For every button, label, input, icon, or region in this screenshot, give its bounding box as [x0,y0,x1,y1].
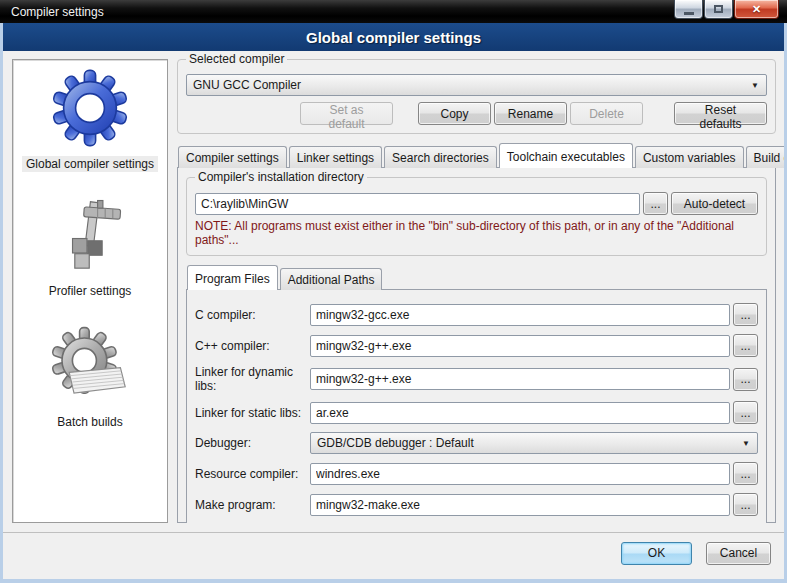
selected-compiler-group: Selected compiler GNU GCC Compiler ▼ Set… [177,59,776,134]
tab-toolchain-executables[interactable]: Toolchain executables [499,143,633,168]
resource-compiler-label: Resource compiler: [195,467,307,481]
cpp-compiler-label: C++ compiler: [195,339,307,353]
debugger-select-value: GDB/CDB debugger : Default [317,436,474,450]
cpp-compiler-row: C++ compiler: ... [195,334,758,357]
window-controls: ✕ [674,0,779,19]
delete-button[interactable]: Delete [570,102,643,125]
sidebar-item-profiler-settings[interactable]: Profiler settings [45,199,136,299]
programs-notebook: Program Files Additional Paths C compile… [186,265,767,514]
c-compiler-browse-button[interactable]: ... [733,303,758,326]
installation-directory-group-label: Compiler's installation directory [195,170,367,184]
cancel-button[interactable]: Cancel [706,542,771,565]
tab-additional-paths[interactable]: Additional Paths [280,268,383,290]
cpp-compiler-input[interactable] [310,335,730,357]
resource-compiler-input[interactable] [310,463,730,485]
sidebar-item-batch-builds[interactable]: Batch builds [50,326,130,430]
debugger-row: Debugger: GDB/CDB debugger : Default ▼ [195,432,758,454]
debugger-select[interactable]: GDB/CDB debugger : Default ▼ [310,432,758,454]
installation-directory-input[interactable] [195,193,640,215]
tab-search-directories[interactable]: Search directories [384,146,497,168]
toolchain-executables-page: Compiler's installation directory ... Au… [177,167,776,523]
reset-defaults-button[interactable]: Reset defaults [674,102,767,125]
page-title: Global compiler settings [3,23,784,51]
close-button[interactable]: ✕ [734,0,779,19]
minimize-button[interactable] [674,0,703,19]
installation-note: NOTE: All programs must exist either in … [195,219,758,247]
dynamic-linker-input[interactable] [310,368,730,390]
program-files-page: C compiler: ... C++ compiler: ... Linker… [186,289,767,523]
rename-button[interactable]: Rename [494,102,567,125]
sidebar-item-label: Global compiler settings [22,156,158,172]
make-program-label: Make program: [195,498,307,512]
dynamic-linker-label: Linker for dynamic libs: [195,365,307,393]
maximize-icon [714,5,723,13]
caliper-icon [52,199,128,278]
dialog-footer: OK Cancel [3,532,784,579]
sidebar-item-global-compiler-settings[interactable]: Global compiler settings [22,68,158,172]
minimize-icon [684,12,694,15]
static-linker-row: Linker for static libs: ... [195,401,758,424]
installation-directory-browse-button[interactable]: ... [643,192,668,215]
dynamic-linker-row: Linker for dynamic libs: ... [195,365,758,393]
tab-compiler-settings[interactable]: Compiler settings [178,146,287,168]
maximize-button[interactable] [704,0,733,19]
c-compiler-input[interactable] [310,304,730,326]
programs-tabstrip: Program Files Additional Paths [186,265,767,290]
installation-directory-group: Compiler's installation directory ... Au… [186,177,767,256]
tab-custom-variables[interactable]: Custom variables [635,146,744,168]
compiler-select[interactable]: GNU GCC Compiler ▼ [186,74,767,96]
tab-build-options[interactable]: Build options [746,146,784,168]
installation-directory-row: ... Auto-detect [195,192,758,215]
compiler-buttons-row: Set as default Copy Rename Delete Reset … [186,102,767,125]
window-title: Compiler settings [11,5,104,19]
c-compiler-row: C compiler: ... [195,303,758,326]
tab-program-files[interactable]: Program Files [187,265,278,290]
tab-linker-settings[interactable]: Linker settings [289,146,382,168]
static-linker-browse-button[interactable]: ... [733,401,758,424]
make-program-row: Make program: ... [195,493,758,516]
sidebar: Global compiler settings [12,59,168,523]
ok-button[interactable]: OK [621,542,692,565]
resource-compiler-row: Resource compiler: ... [195,462,758,485]
make-program-browse-button[interactable]: ... [733,493,758,516]
sidebar-item-label: Profiler settings [45,283,136,299]
close-icon: ✕ [752,3,761,16]
c-compiler-label: C compiler: [195,308,307,322]
gear-blue-icon [50,68,130,151]
static-linker-label: Linker for static libs: [195,406,307,420]
set-as-default-button[interactable]: Set as default [300,102,393,125]
auto-detect-button[interactable]: Auto-detect [671,192,758,215]
compiler-select-value: GNU GCC Compiler [193,78,301,92]
title-bar[interactable]: Compiler settings ✕ [0,0,787,23]
dynamic-linker-browse-button[interactable]: ... [733,368,758,391]
resource-compiler-browse-button[interactable]: ... [733,462,758,485]
chevron-down-icon: ▼ [751,81,759,90]
copy-button[interactable]: Copy [418,102,491,125]
main-panel: Selected compiler GNU GCC Compiler ▼ Set… [177,59,776,523]
gear-stack-icon [50,326,130,409]
make-program-input[interactable] [310,494,730,516]
debugger-label: Debugger: [195,436,307,450]
static-linker-input[interactable] [310,402,730,424]
selected-compiler-group-label: Selected compiler [186,52,287,66]
compiler-settings-dialog: Compiler settings ✕ Global compiler sett… [0,0,787,583]
settings-tabstrip: Compiler settings Linker settings Search… [177,143,776,168]
cpp-compiler-browse-button[interactable]: ... [733,334,758,357]
chevron-down-icon: ▼ [742,439,750,448]
sidebar-item-label: Batch builds [53,414,126,430]
dialog-content: Global compiler settings [3,51,784,523]
